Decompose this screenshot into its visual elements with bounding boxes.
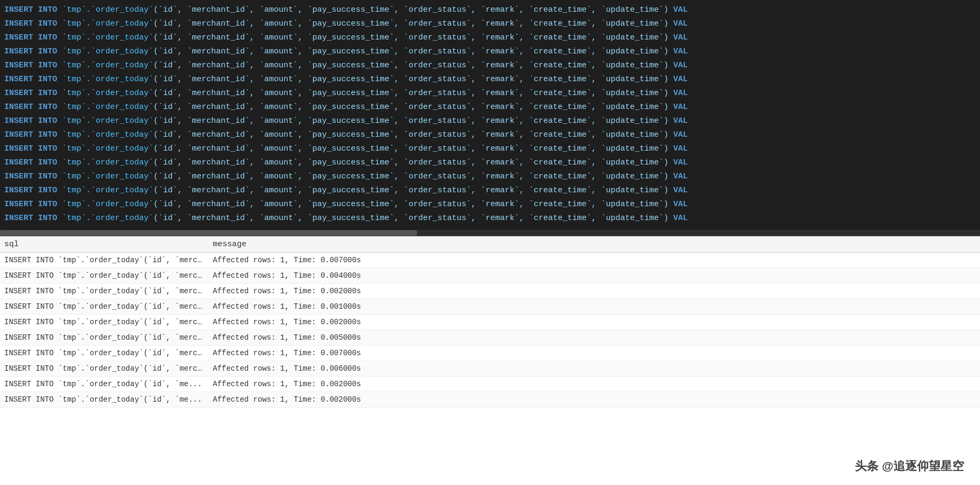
table-name: `tmp`.`order_today` — [62, 61, 153, 70]
keyword-into: INTO — [38, 19, 57, 28]
keyword-into: INTO — [38, 5, 57, 14]
sql-line: INSERT INTO `tmp`.`order_today`(`id`, `m… — [0, 156, 980, 170]
col-list: (`id`, `merchant_id`, `amount`, `pay_suc… — [153, 172, 668, 181]
result-sql-cell: INSERT INTO `tmp`.`order_today`(`id`, `m… — [0, 348, 209, 358]
col-list: (`id`, `merchant_id`, `amount`, `pay_suc… — [153, 158, 668, 167]
keyword-val: VAL — [673, 116, 688, 126]
sql-line: INSERT INTO `tmp`.`order_today`(`id`, `m… — [0, 3, 980, 17]
sql-line: INSERT INTO `tmp`.`order_today`(`id`, `m… — [0, 87, 980, 100]
keyword-into: INTO — [38, 33, 57, 42]
result-message-cell: Affected rows: 1, Time: 0.002000s — [209, 379, 980, 389]
result-message-cell: Affected rows: 1, Time: 0.007000s — [209, 255, 980, 265]
table-row[interactable]: INSERT INTO `tmp`.`order_today`(`id`, `m… — [0, 253, 980, 268]
keyword-val: VAL — [673, 144, 688, 153]
table-name: `tmp`.`order_today` — [62, 5, 153, 14]
keyword-val: VAL — [673, 186, 688, 195]
result-message-cell: Affected rows: 1, Time: 0.002000s — [209, 317, 980, 327]
table-row[interactable]: INSERT INTO `tmp`.`order_today`(`id`, `m… — [0, 330, 980, 346]
sql-line: INSERT INTO `tmp`.`order_today`(`id`, `m… — [0, 212, 980, 225]
sql-line: INSERT INTO `tmp`.`order_today`(`id`, `m… — [0, 128, 980, 142]
table-name: `tmp`.`order_today` — [62, 75, 153, 84]
result-sql-cell: INSERT INTO `tmp`.`order_today`(`id`, `m… — [0, 301, 209, 312]
sql-line: INSERT INTO `tmp`.`order_today`(`id`, `m… — [0, 59, 980, 73]
keyword-insert: INSERT — [4, 200, 33, 209]
scrollbar-thumb[interactable] — [0, 230, 417, 236]
result-header: sql message — [0, 237, 980, 253]
sql-line: INSERT INTO `tmp`.`order_today`(`id`, `m… — [0, 31, 980, 45]
table-row[interactable]: INSERT INTO `tmp`.`order_today`(`id`, `m… — [0, 315, 980, 330]
col-list: (`id`, `merchant_id`, `amount`, `pay_suc… — [153, 200, 668, 209]
keyword-insert: INSERT — [4, 116, 33, 126]
table-name: `tmp`.`order_today` — [62, 47, 153, 56]
sql-line: INSERT INTO `tmp`.`order_today`(`id`, `m… — [0, 45, 980, 59]
table-name: `tmp`.`order_today` — [62, 89, 153, 98]
keyword-into: INTO — [38, 186, 57, 195]
bottom-panel: sql message INSERT INTO `tmp`.`order_tod… — [0, 237, 980, 485]
scrollbar-area[interactable] — [0, 230, 980, 236]
keyword-insert: INSERT — [4, 130, 33, 139]
sql-line: INSERT INTO `tmp`.`order_today`(`id`, `m… — [0, 114, 980, 128]
col-list: (`id`, `merchant_id`, `amount`, `pay_suc… — [153, 144, 668, 153]
keyword-into: INTO — [38, 89, 57, 98]
sql-line: INSERT INTO `tmp`.`order_today`(`id`, `m… — [0, 73, 980, 87]
keyword-val: VAL — [673, 47, 688, 56]
keyword-val: VAL — [673, 61, 688, 70]
result-sql-cell: INSERT INTO `tmp`.`order_today`(`id`, `m… — [0, 317, 209, 327]
table-row[interactable]: INSERT INTO `tmp`.`order_today`(`id`, `m… — [0, 346, 980, 361]
table-name: `tmp`.`order_today` — [62, 19, 153, 28]
result-rows: INSERT INTO `tmp`.`order_today`(`id`, `m… — [0, 253, 980, 481]
col-list: (`id`, `merchant_id`, `amount`, `pay_suc… — [153, 19, 668, 28]
table-row[interactable]: INSERT INTO `tmp`.`order_today`(`id`, `m… — [0, 284, 980, 299]
result-sql-cell: INSERT INTO `tmp`.`order_today`(`id`, `m… — [0, 286, 209, 296]
result-message-cell: Affected rows: 1, Time: 0.007000s — [209, 348, 980, 358]
col-list: (`id`, `merchant_id`, `amount`, `pay_suc… — [153, 116, 668, 126]
result-sql-cell: INSERT INTO `tmp`.`order_today`(`id`, `m… — [0, 270, 209, 281]
sql-line: INSERT INTO `tmp`.`order_today`(`id`, `m… — [0, 142, 980, 156]
result-message-cell: Affected rows: 1, Time: 0.005000s — [209, 332, 980, 343]
col-list: (`id`, `merchant_id`, `amount`, `pay_suc… — [153, 186, 668, 195]
table-name: `tmp`.`order_today` — [62, 158, 153, 167]
result-sql-cell: INSERT INTO `tmp`.`order_today`(`id`, `m… — [0, 332, 209, 343]
keyword-val: VAL — [673, 130, 688, 139]
col-list: (`id`, `merchant_id`, `amount`, `pay_suc… — [153, 214, 668, 223]
keyword-insert: INSERT — [4, 186, 33, 195]
table-row[interactable]: INSERT INTO `tmp`.`order_today`(`id`, `m… — [0, 377, 980, 392]
keyword-val: VAL — [673, 33, 688, 42]
table-row[interactable]: INSERT INTO `tmp`.`order_today`(`id`, `m… — [0, 299, 980, 315]
keyword-into: INTO — [38, 214, 57, 223]
col-list: (`id`, `merchant_id`, `amount`, `pay_suc… — [153, 33, 668, 42]
keyword-insert: INSERT — [4, 158, 33, 167]
keyword-val: VAL — [673, 19, 688, 28]
col-list: (`id`, `merchant_id`, `amount`, `pay_suc… — [153, 47, 668, 56]
top-panel: INSERT INTO `tmp`.`order_today`(`id`, `m… — [0, 0, 980, 230]
table-name: `tmp`.`order_today` — [62, 116, 153, 126]
table-name: `tmp`.`order_today` — [62, 186, 153, 195]
sql-line: INSERT INTO `tmp`.`order_today`(`id`, `m… — [0, 198, 980, 212]
result-message-cell: Affected rows: 1, Time: 0.004000s — [209, 270, 980, 281]
table-row[interactable]: INSERT INTO `tmp`.`order_today`(`id`, `m… — [0, 361, 980, 377]
col-list: (`id`, `merchant_id`, `amount`, `pay_suc… — [153, 75, 668, 84]
keyword-insert: INSERT — [4, 33, 33, 42]
col-list: (`id`, `merchant_id`, `amount`, `pay_suc… — [153, 61, 668, 70]
col-list: (`id`, `merchant_id`, `amount`, `pay_suc… — [153, 130, 668, 139]
table-name: `tmp`.`order_today` — [62, 103, 153, 112]
result-message-cell: Affected rows: 1, Time: 0.002000s — [209, 394, 980, 405]
result-sql-cell: INSERT INTO `tmp`.`order_today`(`id`, `m… — [0, 394, 209, 405]
result-header-sql: sql — [0, 240, 209, 249]
col-list: (`id`, `merchant_id`, `amount`, `pay_suc… — [153, 103, 668, 112]
keyword-into: INTO — [38, 144, 57, 153]
keyword-val: VAL — [673, 172, 688, 181]
keyword-insert: INSERT — [4, 5, 33, 14]
keyword-into: INTO — [38, 130, 57, 139]
sql-line: INSERT INTO `tmp`.`order_today`(`id`, `m… — [0, 100, 980, 114]
keyword-val: VAL — [673, 158, 688, 167]
keyword-val: VAL — [673, 200, 688, 209]
keyword-val: VAL — [673, 75, 688, 84]
keyword-insert: INSERT — [4, 61, 33, 70]
table-row[interactable]: INSERT INTO `tmp`.`order_today`(`id`, `m… — [0, 392, 980, 408]
result-message-cell: Affected rows: 1, Time: 0.006000s — [209, 363, 980, 374]
col-list: (`id`, `merchant_id`, `amount`, `pay_suc… — [153, 89, 668, 98]
table-name: `tmp`.`order_today` — [62, 214, 153, 223]
table-row[interactable]: INSERT INTO `tmp`.`order_today`(`id`, `m… — [0, 268, 980, 284]
keyword-into: INTO — [38, 47, 57, 56]
